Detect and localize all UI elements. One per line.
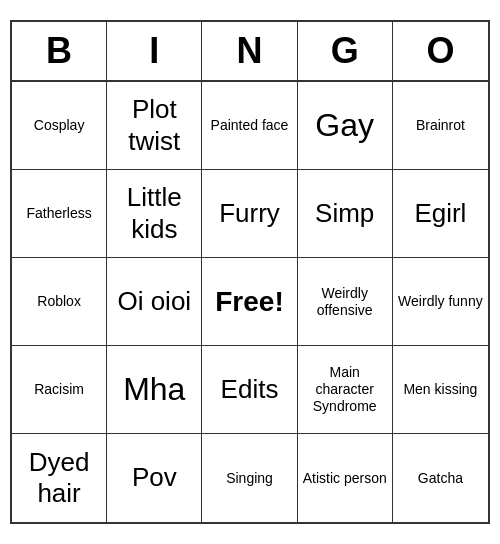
bingo-cell[interactable]: Singing bbox=[202, 434, 297, 522]
cell-text: Main character Syndrome bbox=[302, 364, 388, 414]
cell-text: Pov bbox=[132, 462, 177, 493]
bingo-header: BINGO bbox=[12, 22, 488, 82]
bingo-letter: N bbox=[202, 22, 297, 80]
bingo-letter: G bbox=[298, 22, 393, 80]
bingo-cell[interactable]: Main character Syndrome bbox=[298, 346, 393, 434]
bingo-card: BINGO CosplayPlot twistPainted faceGayBr… bbox=[10, 20, 490, 524]
cell-text: Cosplay bbox=[34, 117, 85, 134]
bingo-cell[interactable]: Pov bbox=[107, 434, 202, 522]
cell-text: Brainrot bbox=[416, 117, 465, 134]
cell-text: Painted face bbox=[211, 117, 289, 134]
cell-text: Fatherless bbox=[26, 205, 91, 222]
bingo-cell[interactable]: Brainrot bbox=[393, 82, 488, 170]
bingo-letter: B bbox=[12, 22, 107, 80]
bingo-cell[interactable]: Simp bbox=[298, 170, 393, 258]
bingo-cell[interactable]: Gatcha bbox=[393, 434, 488, 522]
bingo-letter: I bbox=[107, 22, 202, 80]
bingo-cell[interactable]: Racisim bbox=[12, 346, 107, 434]
bingo-cell[interactable]: Mha bbox=[107, 346, 202, 434]
bingo-cell[interactable]: Gay bbox=[298, 82, 393, 170]
cell-text: Free! bbox=[215, 285, 283, 319]
bingo-cell[interactable]: Plot twist bbox=[107, 82, 202, 170]
cell-text: Weirdly funny bbox=[398, 293, 483, 310]
cell-text: Oi oioi bbox=[117, 286, 191, 317]
cell-text: Racisim bbox=[34, 381, 84, 398]
cell-text: Furry bbox=[219, 198, 280, 229]
bingo-cell[interactable]: Dyed hair bbox=[12, 434, 107, 522]
cell-text: Atistic person bbox=[303, 470, 387, 487]
bingo-cell[interactable]: Atistic person bbox=[298, 434, 393, 522]
bingo-cell[interactable]: Fatherless bbox=[12, 170, 107, 258]
cell-text: Edits bbox=[221, 374, 279, 405]
bingo-grid: CosplayPlot twistPainted faceGayBrainrot… bbox=[12, 82, 488, 522]
bingo-cell[interactable]: Roblox bbox=[12, 258, 107, 346]
bingo-cell[interactable]: Weirdly offensive bbox=[298, 258, 393, 346]
bingo-cell[interactable]: Little kids bbox=[107, 170, 202, 258]
bingo-cell[interactable]: Painted face bbox=[202, 82, 297, 170]
cell-text: Simp bbox=[315, 198, 374, 229]
bingo-cell[interactable]: Men kissing bbox=[393, 346, 488, 434]
cell-text: Mha bbox=[123, 370, 185, 408]
cell-text: Roblox bbox=[37, 293, 81, 310]
cell-text: Dyed hair bbox=[16, 447, 102, 509]
cell-text: Little kids bbox=[111, 182, 197, 244]
bingo-cell[interactable]: Oi oioi bbox=[107, 258, 202, 346]
bingo-cell[interactable]: Furry bbox=[202, 170, 297, 258]
cell-text: Men kissing bbox=[403, 381, 477, 398]
bingo-cell[interactable]: Edits bbox=[202, 346, 297, 434]
bingo-cell[interactable]: Egirl bbox=[393, 170, 488, 258]
bingo-letter: O bbox=[393, 22, 488, 80]
cell-text: Singing bbox=[226, 470, 273, 487]
cell-text: Plot twist bbox=[111, 94, 197, 156]
bingo-cell[interactable]: Free! bbox=[202, 258, 297, 346]
cell-text: Weirdly offensive bbox=[302, 285, 388, 319]
cell-text: Gatcha bbox=[418, 470, 463, 487]
cell-text: Egirl bbox=[414, 198, 466, 229]
bingo-cell[interactable]: Cosplay bbox=[12, 82, 107, 170]
cell-text: Gay bbox=[315, 106, 374, 144]
bingo-cell[interactable]: Weirdly funny bbox=[393, 258, 488, 346]
